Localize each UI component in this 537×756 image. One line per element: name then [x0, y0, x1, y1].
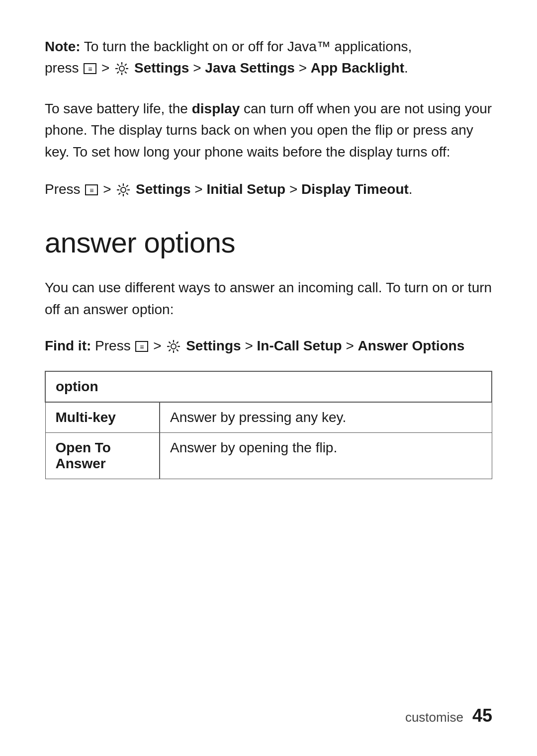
svg-line-14 — [119, 185, 121, 187]
find-it-arrow2: > — [241, 338, 257, 353]
table-description: Answer by opening the flip. — [160, 432, 492, 479]
table-description: Answer by pressing any key. — [160, 402, 492, 433]
press-path3: Display Timeout — [301, 181, 409, 197]
svg-line-15 — [126, 193, 128, 195]
find-it-line: Find it: Press > Settings > In-Call Setu… — [45, 335, 492, 356]
gear-icon-2 — [116, 182, 131, 197]
table-option: Open To Answer — [45, 432, 160, 479]
table-row: Open To AnswerAnswer by opening the flip… — [45, 432, 492, 479]
svg-line-17 — [119, 193, 121, 195]
find-it-path1: Settings — [186, 338, 241, 353]
press-line: Press > Settings > Initial Setup > Displ… — [45, 178, 492, 200]
table-option: Multi-key — [45, 402, 160, 433]
svg-line-7 — [125, 64, 127, 66]
svg-point-18 — [171, 344, 176, 349]
note-arrow3: > — [295, 60, 311, 76]
table-header: option — [45, 371, 492, 402]
press-arrow2: > — [191, 181, 207, 197]
menu-icon-1 — [84, 63, 96, 74]
note-arrow1: > — [101, 60, 113, 76]
svg-line-8 — [117, 72, 119, 74]
find-it-path2: In-Call Setup — [257, 338, 342, 353]
find-it-arrow1: > — [153, 338, 165, 353]
svg-line-26 — [169, 349, 171, 351]
gear-icon-3 — [166, 339, 181, 354]
intro-paragraph: You can use different ways to answer an … — [45, 277, 492, 320]
find-it-path3: Answer Options — [358, 338, 465, 353]
svg-point-9 — [121, 187, 126, 192]
footer-page: 45 — [472, 705, 492, 726]
find-it-text: Press — [91, 338, 130, 353]
note-block: Note: To turn the backlight on or off fo… — [45, 36, 492, 79]
page-content: Note: To turn the backlight on or off fo… — [0, 0, 537, 539]
footer: customise 45 — [405, 705, 492, 726]
press-path2: Initial Setup — [206, 181, 285, 197]
svg-line-24 — [177, 349, 179, 351]
battery-bold: display — [192, 101, 240, 116]
press-path1: Settings — [136, 181, 190, 197]
note-press: press — [45, 60, 79, 76]
table-row: Multi-keyAnswer by pressing any key. — [45, 402, 492, 433]
find-it-label: Find it: — [45, 338, 91, 353]
press-arrow3: > — [285, 181, 301, 197]
svg-line-25 — [177, 341, 179, 343]
gear-icon-1 — [114, 61, 129, 76]
press-period: . — [409, 181, 413, 197]
press-text: Press — [45, 181, 81, 197]
menu-icon-3 — [135, 341, 148, 352]
note-path1: Settings — [134, 60, 189, 76]
svg-line-16 — [126, 185, 128, 187]
svg-line-6 — [125, 72, 127, 74]
battery-paragraph: To save battery life, the display can tu… — [45, 98, 492, 163]
footer-label: customise — [405, 710, 463, 725]
svg-point-0 — [119, 66, 124, 71]
menu-icon-2 — [85, 184, 98, 195]
note-period: . — [404, 60, 408, 76]
note-arrow2: > — [189, 60, 205, 76]
battery-text1: To save battery life, the — [45, 101, 192, 116]
options-table: option Multi-keyAnswer by pressing any k… — [45, 371, 492, 479]
find-it-arrow3: > — [342, 338, 358, 353]
note-label: Note: — [45, 39, 81, 54]
note-text1: To turn the backlight on or off for Java… — [81, 39, 412, 54]
note-path2: Java Settings — [205, 60, 295, 76]
note-path3: App Backlight — [311, 60, 404, 76]
svg-line-23 — [169, 341, 171, 343]
press-arrow1: > — [103, 181, 115, 197]
section-title: answer options — [45, 226, 492, 259]
svg-line-5 — [117, 64, 119, 66]
